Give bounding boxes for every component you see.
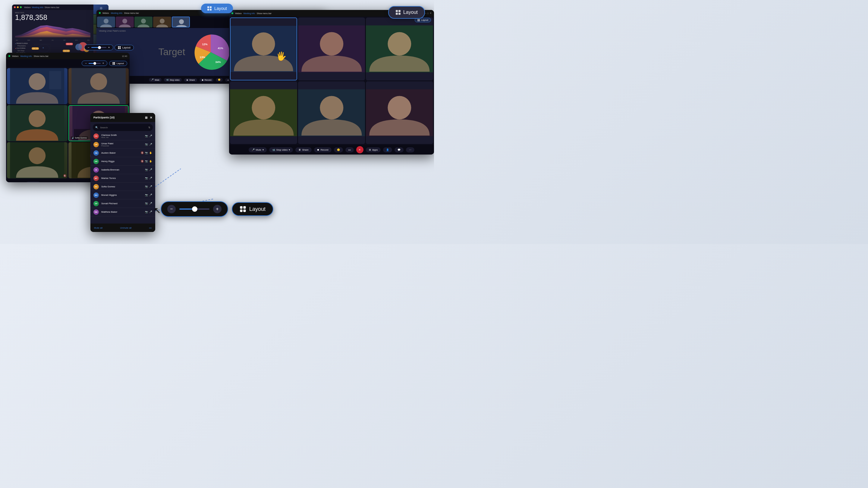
svg-rect-50 xyxy=(114,62,115,63)
mute-button-top[interactable]: 🎤 Mute xyxy=(149,78,161,82)
top-thumb-1 xyxy=(97,17,115,27)
zoom-plus-small[interactable]: + xyxy=(108,46,110,49)
sofia-mic-icon: 🔊 xyxy=(72,137,74,139)
layout-button-small[interactable]: Layout xyxy=(115,45,134,50)
mute-all-button[interactable]: Mute all xyxy=(94,227,102,229)
p-name-isabella: Isabella Brennan xyxy=(101,168,143,171)
hand-raised-big: 🖐 xyxy=(276,51,287,61)
stop-video-button-grid[interactable]: 📹 Stop video ▾ xyxy=(25,182,41,182)
svg-point-24 xyxy=(104,19,108,24)
show-menu-label[interactable]: Show menu bar xyxy=(44,6,59,8)
p-icons-sofia: 📷 🎤 xyxy=(145,185,152,188)
svg-rect-67 xyxy=(417,19,418,20)
p-icons-umar: 📷 🎤 xyxy=(145,143,152,146)
layout-label-top-right: Layout xyxy=(403,10,418,15)
participant-row-clarissa: CS Clarissa Smith Host, me 📷 🎤 xyxy=(90,132,155,140)
p-icons-clarissa: 📷 🎤 xyxy=(145,135,152,137)
more-button-large[interactable]: ••• xyxy=(345,147,354,153)
video-icon-marise: 📷 xyxy=(145,177,148,180)
participant-row-sofia: SG Sofia Gomez 📷 🎤 xyxy=(90,183,155,191)
mic-red-marise: 🎤 xyxy=(149,177,152,180)
show-menu-3[interactable]: Show menu bar xyxy=(34,55,49,57)
svg-point-11 xyxy=(42,47,44,48)
svg-rect-2 xyxy=(207,6,209,8)
participants-button-large[interactable]: 👤 xyxy=(383,147,392,153)
p-info-marise: Marise Torres xyxy=(101,177,143,180)
svg-rect-20 xyxy=(119,46,121,47)
svg-rect-49 xyxy=(113,62,114,63)
options-dot: ⋮ xyxy=(6,182,7,182)
mute-button-large[interactable]: 🎤 Mute ▾ xyxy=(249,147,267,153)
svg-text:12%: 12% xyxy=(202,42,208,45)
video-icon-henry: 📷 xyxy=(145,160,148,163)
layout-label-large: Layout xyxy=(249,206,266,213)
more2-button-large[interactable]: ⋯ xyxy=(406,147,414,153)
panel-expand-button[interactable]: ⊞ xyxy=(145,116,147,119)
zoom-control-small[interactable]: − + xyxy=(84,44,113,50)
grid-cell-1 xyxy=(7,68,67,104)
minimize-dot[interactable] xyxy=(17,6,19,8)
stop-video-button-top[interactable]: 📹 Stop video xyxy=(164,78,182,82)
layout-button-large[interactable]: Layout xyxy=(232,202,273,216)
pie-chart: 41% 34% 13% 12% xyxy=(191,33,230,72)
zoom-control-in-window[interactable]: − + xyxy=(82,61,107,66)
participant-search[interactable]: 🔍 Search ⇅ xyxy=(93,124,153,131)
p-info-henry: Henry Riggs xyxy=(101,160,138,163)
share-button-top[interactable]: 🖥 Share xyxy=(184,78,197,82)
show-menu-4[interactable]: Show menu bar xyxy=(257,12,272,14)
zoom-minus-in-window[interactable]: − xyxy=(85,62,87,65)
zoom-in-button[interactable]: + xyxy=(213,205,221,213)
maximize-dot[interactable] xyxy=(20,6,22,8)
end-call-button-large[interactable]: ✕ xyxy=(356,146,364,153)
layout-btn-in-window[interactable]: Layout xyxy=(109,61,127,66)
p-role-clarissa: Host, me xyxy=(101,136,143,138)
svg-rect-86 xyxy=(243,209,246,212)
p-icons-matthew: 📷 🎤 xyxy=(145,210,152,213)
p-info-isabella: Isabella Brennan xyxy=(101,168,143,171)
p-icons-austen: 🔇 📷 ✋ xyxy=(141,152,152,154)
zoom-slider-track[interactable] xyxy=(179,208,210,210)
svg-rect-69 xyxy=(417,20,418,21)
zoom-plus-in-window[interactable]: + xyxy=(102,62,104,65)
big-cell-3 xyxy=(366,18,433,80)
target-title: Target xyxy=(158,46,185,58)
participant-row-henry: HR Henry Riggs 🔇 📷 ✋ xyxy=(90,157,155,166)
zoom-minus-small[interactable]: − xyxy=(88,46,90,49)
panel-close-button[interactable]: ✕ xyxy=(150,116,152,119)
svg-rect-85 xyxy=(240,209,242,212)
video-icon-umar: 📷 xyxy=(145,143,148,146)
p-name-sofia: Sofia Gomez xyxy=(101,185,143,188)
record-button-large[interactable]: ⏺ Record xyxy=(314,147,332,153)
emoji-button-large[interactable]: 🙂 xyxy=(334,147,343,153)
analytics-titlebar: Webex Meeting info Show menu bar xyxy=(12,4,93,10)
status-dot-2 xyxy=(8,55,10,57)
zoom-slider-thumb[interactable] xyxy=(192,206,197,212)
close-dot[interactable] xyxy=(14,6,16,8)
layout-button-top-right[interactable]: Layout xyxy=(388,6,425,19)
avatar-austen: AB xyxy=(93,150,99,156)
analytics-main-panel: Webex Meeting info Show menu bar MEETING… xyxy=(12,4,93,54)
mic-muted-austen: 🔇 xyxy=(141,152,144,154)
emoji-button-top[interactable]: 🙂 xyxy=(216,78,223,82)
top-thumb-2 xyxy=(116,17,134,27)
chat-button-large[interactable]: 💬 xyxy=(395,147,404,153)
more-options-panel[interactable]: ••• xyxy=(149,227,152,229)
share-button-large[interactable]: 🖥 Share xyxy=(296,147,311,153)
apps-button-large[interactable]: ⊞ Apps xyxy=(366,147,381,153)
stop-video-button-large[interactable]: 📹 Stop video ▾ xyxy=(269,147,293,153)
show-menu-2[interactable]: Show menu bar xyxy=(124,12,139,14)
record-button-top[interactable]: ⏺ Record xyxy=(199,78,214,82)
zoom-minus-icon: − xyxy=(170,206,173,212)
layout-icon-top-right xyxy=(396,10,401,15)
big-cell-5 xyxy=(298,82,365,144)
mic-red-sonali: 🎤 xyxy=(149,202,152,205)
sort-icon[interactable]: ⇅ xyxy=(148,126,150,129)
zoom-out-button[interactable]: − xyxy=(167,205,176,213)
layout-button-top-center[interactable]: Layout xyxy=(201,4,233,13)
unmute-all-button[interactable]: Unmute all xyxy=(120,227,131,229)
svg-point-14 xyxy=(100,7,102,9)
zoom-control-large[interactable]: − + xyxy=(161,201,228,217)
mute-icon-5: 🔇 xyxy=(63,174,66,177)
mic-muted-henry: 🔇 xyxy=(141,160,144,163)
grid-cell-3 xyxy=(7,105,67,141)
